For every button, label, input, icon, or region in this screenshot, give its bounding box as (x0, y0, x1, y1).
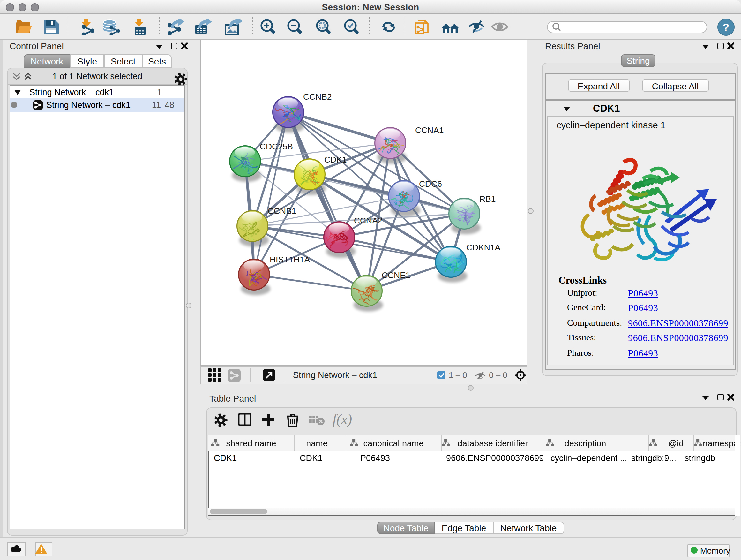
svg-text:CCNA1: CCNA1 (415, 125, 444, 135)
svg-text:RB1: RB1 (479, 194, 495, 204)
svg-text:HIST1H1A: HIST1H1A (270, 255, 310, 264)
svg-text:CCNB1: CCNB1 (268, 206, 296, 216)
svg-text:CDC6: CDC6 (419, 179, 442, 189)
svg-text:CDKN1A: CDKN1A (466, 243, 500, 252)
svg-text:?: ? (723, 21, 730, 33)
svg-text:CCNB2: CCNB2 (303, 92, 332, 102)
svg-text:CDK1: CDK1 (324, 155, 347, 165)
svg-text:CCNE1: CCNE1 (382, 270, 410, 280)
svg-text:CCNA2: CCNA2 (354, 216, 382, 226)
svg-text:CDC25B: CDC25B (260, 142, 293, 151)
